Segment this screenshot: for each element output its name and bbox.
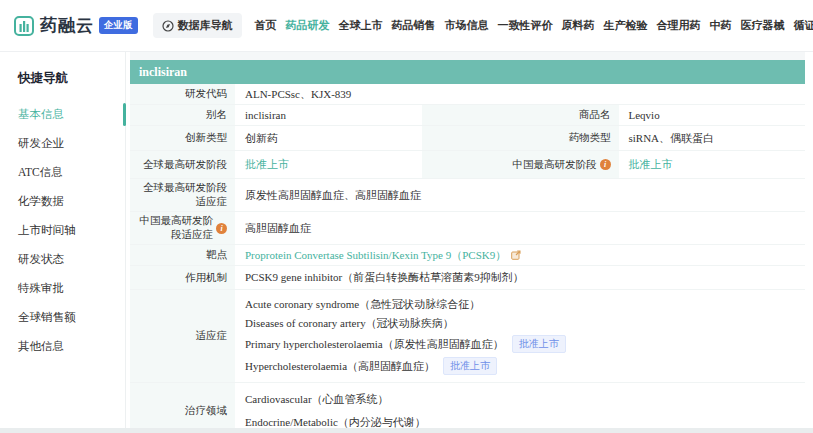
field-value: Leqvio [619,105,806,125]
nav-item-api[interactable]: 原料药 [562,18,595,33]
nav-item-consistency[interactable]: 一致性评价 [498,18,553,33]
indication-text: Primary hypercholesterolaemia（原发性高胆固醇血症） [245,337,504,352]
field-label: 商品名 [422,105,619,125]
nav-item-tcm[interactable]: 中药 [710,18,732,33]
table-row: 全球最高研发阶段适应症 原发性高胆固醇血症、高胆固醇血症 [130,179,805,212]
drug-name-title: inclisiran [130,60,805,84]
compass-icon [162,20,174,32]
field-label: 靶点 [130,245,235,265]
active-indicator [123,103,126,126]
table-row: 中国最高研发阶段适应症 i 高胆固醇血症 [130,212,805,245]
table-row: 创新类型 创新药 药物类型 siRNA、偶联蛋白 [130,126,805,151]
target-link[interactable]: Proprotein Convertase Subtilisin/Kexin T… [245,248,506,263]
field-label: 中国最高研发阶段适应症 i [130,212,235,244]
nav-item-ebm[interactable]: 循证医学 [794,18,813,33]
indication-text: Diseases of coronary artery（冠状动脉疾病） [245,316,454,331]
field-label: 适应症 [130,290,235,382]
field-value: 高胆固醇血症 [235,212,805,244]
nav-item-medical-device[interactable]: 医疗器械 [741,18,785,33]
brand-logo[interactable]: 药融云 企业版 [13,14,138,37]
main-nav: 首页 药品研发 全球上市 药品销售 市场信息 一致性评价 原料药 生产检验 合理… [255,18,813,33]
nav-item-home[interactable]: 首页 [255,18,277,33]
field-label: 药物类型 [422,126,619,150]
field-label: 全球最高研发阶段 [130,151,235,178]
table-row: 作用机制 PCSK9 gene inhibitor（前蛋白转换酶枯草溶菌素9抑制… [130,266,805,290]
quick-nav-sidebar: 快捷导航 基本信息 研发企业 ATC信息 化学数据 上市时间轴 研发状态 特殊审… [0,52,126,433]
table-row: 适应症 Acute coronary syndrome（急性冠状动脉综合征） D… [130,290,805,383]
top-spacer [130,52,805,60]
info-icon[interactable]: i [600,159,611,170]
nav-item-production-inspection[interactable]: 生产检验 [604,18,648,33]
field-value: PCSK9 gene inhibitor（前蛋白转换酶枯草溶菌素9抑制剂） [235,266,805,289]
pharnex-building-icon [13,15,35,37]
field-value: 原发性高胆固醇血症、高胆固醇血症 [235,179,805,211]
indication-item: Primary hypercholesterolaemia（原发性高胆固醇血症）… [245,333,797,355]
field-label: 作用机制 [130,266,235,289]
field-value: siRNA、偶联蛋白 [619,126,806,150]
approval-status-badge[interactable]: 批准上市 [443,357,497,375]
sidebar-item-special-approval[interactable]: 特殊审批 [0,274,125,303]
table-row: 全球最高研发阶段 批准上市 中国最高研发阶段 i 批准上市 [130,151,805,179]
approval-status-badge[interactable]: 批准上市 [512,335,566,353]
indication-text: Acute coronary syndrome（急性冠状动脉综合征） [245,297,480,312]
brand-name: 药融云 [40,14,94,37]
table-row: 靶点 Proprotein Convertase Subtilisin/Kexi… [130,245,805,266]
top-header: 药融云 企业版 数据库导航 首页 药品研发 全球上市 药品销售 市场信息 一致性… [0,0,813,52]
field-label-text: 中国最高研发阶段适应症 [133,214,213,242]
edition-badge: 企业版 [99,17,138,34]
nav-item-drug-rnd[interactable]: 药品研发 [286,18,330,33]
field-label: 研发代码 [130,84,235,104]
table-row: 别名 inclisiran 商品名 Leqvio [130,105,805,126]
sidebar-item-launch-timeline[interactable]: 上市时间轴 [0,216,125,245]
indication-item: Diseases of coronary artery（冠状动脉疾病） [245,314,797,333]
field-value-list: Acute coronary syndrome（急性冠状动脉综合征） Disea… [235,290,805,382]
sidebar-item-rnd-status[interactable]: 研发状态 [0,245,125,274]
china-stage-link[interactable]: 批准上市 [629,157,673,172]
field-value: inclisiran [235,105,422,125]
nav-item-global-launch[interactable]: 全球上市 [339,18,383,33]
field-label-text: 中国最高研发阶段 [513,158,597,172]
nav-item-market-info[interactable]: 市场信息 [445,18,489,33]
sidebar-item-global-sales[interactable]: 全球销售额 [0,303,125,332]
database-nav-button[interactable]: 数据库导航 [153,13,242,38]
database-nav-label: 数据库导航 [178,18,233,33]
field-label: 治疗领域 [130,383,235,433]
horizontal-scrollbar-track[interactable] [0,428,813,433]
sidebar-item-chemical-data[interactable]: 化学数据 [0,187,125,216]
table-row: 研发代码 ALN-PCSsc、KJX-839 [130,84,805,105]
sidebar-item-label: 基本信息 [18,108,64,120]
field-label: 创新类型 [130,126,235,150]
field-value: 创新药 [235,126,422,150]
field-label: 别名 [130,105,235,125]
table-row: 治疗领域 Cardiovascular（心血管系统） Endocrine/Met… [130,383,805,433]
nav-item-drug-sales[interactable]: 药品销售 [392,18,436,33]
field-label: 中国最高研发阶段 i [422,151,619,178]
field-value: ALN-PCSsc、KJX-839 [235,84,805,104]
indication-text: Hypercholesterolaemia（高胆固醇血症） [245,359,435,374]
sidebar-title: 快捷导航 [0,62,125,100]
info-icon[interactable]: i [216,223,227,234]
therapy-area-item: Cardiovascular（心血管系统） [245,388,797,411]
external-link-icon[interactable] [511,250,521,260]
sidebar-item-atc-info[interactable]: ATC信息 [0,158,125,187]
sidebar-item-rnd-companies[interactable]: 研发企业 [0,129,125,158]
drug-detail-panel: inclisiran 研发代码 ALN-PCSsc、KJX-839 别名 inc… [126,52,813,433]
sidebar-item-other-info[interactable]: 其他信息 [0,332,125,361]
field-label: 全球最高研发阶段适应症 [130,179,235,211]
field-value-list: Cardiovascular（心血管系统） Endocrine/Metaboli… [235,383,805,433]
nav-item-rational-use[interactable]: 合理用药 [657,18,701,33]
indication-item: Hypercholesterolaemia（高胆固醇血症） 批准上市 [245,355,797,377]
indication-item: Acute coronary syndrome（急性冠状动脉综合征） [245,295,797,314]
sidebar-item-basic-info[interactable]: 基本信息 [0,100,125,129]
global-stage-link[interactable]: 批准上市 [245,157,289,172]
